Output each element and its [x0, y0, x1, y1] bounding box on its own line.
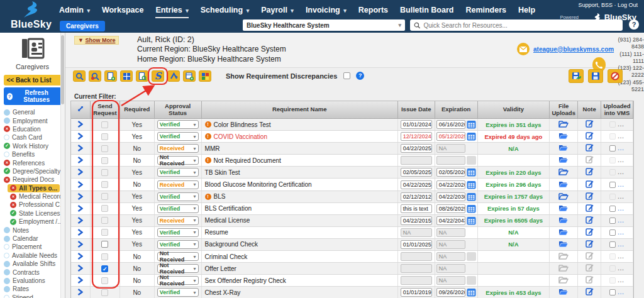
- expiration-date-input[interactable]: 02/05/2026: [436, 168, 465, 177]
- issue-date-input[interactable]: 04/22/2015: [401, 216, 432, 225]
- approval-status-select[interactable]: Verified▾: [157, 228, 199, 237]
- issue-date-input[interactable]: 02/12/2012: [401, 192, 432, 201]
- file-uploads-icon[interactable]: [558, 215, 569, 226]
- sidebar-item-work-history[interactable]: ✓Work History: [0, 142, 65, 150]
- note-icon[interactable]: [586, 239, 594, 250]
- vms-more-link[interactable]: ...: [618, 218, 625, 224]
- sidebar-item-education[interactable]: ×Education: [0, 125, 65, 133]
- script-s-button[interactable]: S: [152, 70, 164, 82]
- sidebar-item-references[interactable]: ×References: [0, 158, 65, 167]
- menu-item-entries[interactable]: Entries ▾: [155, 6, 188, 18]
- calendar-icon[interactable]: [467, 204, 476, 213]
- note-icon[interactable]: [586, 167, 594, 178]
- show-discrepancies-checkbox[interactable]: [343, 72, 350, 79]
- expand-row-icon[interactable]: [77, 179, 83, 190]
- region-select[interactable]: BlueSky Healthcare System ▾: [243, 19, 405, 31]
- save-button[interactable]: [588, 69, 603, 83]
- sidebar-item-state-licenses[interactable]: ✓State Licenses: [0, 209, 65, 218]
- back-to-list-button[interactable]: << Back to List: [4, 75, 62, 86]
- issue-date-input[interactable]: 02/05/2025: [401, 168, 432, 177]
- caret-up-button[interactable]: [167, 70, 180, 82]
- file-uploads-icon[interactable]: [558, 119, 569, 130]
- approval-status-select[interactable]: Verified▾: [157, 240, 199, 249]
- calendar-icon[interactable]: [467, 168, 476, 177]
- sidebar-item-stipend[interactable]: Stipend: [0, 294, 65, 298]
- approval-status-select[interactable]: Not Received▾: [157, 264, 199, 273]
- expand-row-icon[interactable]: [77, 119, 83, 130]
- sidebar-item-rates[interactable]: Rates: [0, 285, 65, 293]
- table-add-button[interactable]: [183, 70, 196, 82]
- sidebar-item-contracts[interactable]: Contracts: [0, 268, 65, 276]
- block-button[interactable]: [608, 69, 623, 83]
- sidebar-item-benefits[interactable]: Benefits: [0, 150, 65, 158]
- issue-date-input[interactable]: 01/01/2019: [401, 288, 432, 297]
- expiration-date-input[interactable]: 09/26/2026: [436, 288, 465, 297]
- sidebar-item-all-types-o-[interactable]: ×All Types o...: [8, 184, 60, 192]
- expand-row-icon[interactable]: [77, 227, 83, 238]
- issue-date-input[interactable]: 04/22/2025: [401, 180, 432, 189]
- calendar-icon[interactable]: [467, 288, 476, 297]
- vms-checkbox[interactable]: [609, 218, 616, 224]
- vms-more-link[interactable]: ...: [618, 145, 625, 152]
- vms-checkbox[interactable]: [609, 206, 616, 212]
- note-icon[interactable]: [586, 191, 594, 202]
- expiration-date-input[interactable]: 08/26/2025: [436, 204, 465, 213]
- calendar-icon[interactable]: [467, 132, 476, 141]
- app-logo[interactable]: BlueSky: [8, 1, 55, 30]
- approval-status-select[interactable]: Received▾: [157, 216, 199, 225]
- search-input[interactable]: [423, 22, 619, 29]
- sidebar-item-calendar[interactable]: Calendar: [0, 235, 65, 243]
- calendar-icon[interactable]: [467, 120, 476, 129]
- document-search-button[interactable]: [136, 70, 148, 82]
- note-icon[interactable]: [586, 143, 594, 154]
- expand-row-icon[interactable]: [77, 167, 83, 178]
- support-link[interactable]: Support, BSS: [578, 2, 613, 8]
- sidebar-item-placement[interactable]: Placement: [0, 243, 65, 251]
- file-uploads-icon[interactable]: [558, 227, 569, 238]
- refresh-statuses-button[interactable]: ? Refresh Statuses: [4, 87, 62, 105]
- sidebar-item-notes[interactable]: Notes: [0, 226, 65, 234]
- search-button[interactable]: [73, 70, 86, 82]
- note-icon[interactable]: [586, 287, 594, 298]
- note-icon[interactable]: [586, 119, 594, 130]
- sidebar-item-cash-card[interactable]: Cash Card: [0, 133, 65, 141]
- caregivers-module-button[interactable]: Caregivers: [60, 21, 105, 31]
- expand-row-icon[interactable]: [77, 155, 83, 166]
- menu-item-bulletin-board[interactable]: Bulletin Board: [400, 6, 453, 18]
- vms-checkbox[interactable]: [609, 241, 616, 248]
- note-icon[interactable]: [586, 179, 594, 190]
- vms-checkbox[interactable]: [609, 289, 616, 295]
- show-more-toggle[interactable]: ▼ Show More: [74, 36, 119, 45]
- save-run-button[interactable]: [569, 69, 584, 83]
- approval-status-select[interactable]: Not Received▾: [157, 276, 199, 285]
- menu-item-invoicing[interactable]: Invoicing ▾: [306, 6, 347, 18]
- add-document-button[interactable]: [104, 70, 117, 82]
- menu-item-help[interactable]: Help: [518, 6, 535, 18]
- approval-status-select[interactable]: Verified▾: [157, 288, 199, 297]
- scrollbar-thumb[interactable]: [61, 35, 64, 104]
- expand-row-icon[interactable]: [77, 275, 83, 286]
- file-uploads-icon[interactable]: [558, 239, 569, 250]
- approval-status-select[interactable]: Verified▾: [157, 120, 199, 129]
- menu-item-payroll[interactable]: Payroll ▾: [261, 6, 294, 18]
- approval-status-select[interactable]: Received▾: [157, 144, 199, 153]
- menu-item-scheduling[interactable]: Scheduling ▾: [201, 6, 249, 18]
- expand-row-icon[interactable]: [77, 215, 83, 226]
- note-icon[interactable]: [586, 131, 594, 142]
- grid-button[interactable]: [120, 70, 133, 82]
- issue-date-input[interactable]: 04/22/2025: [401, 144, 432, 153]
- file-uploads-icon[interactable]: [558, 155, 569, 166]
- vms-more-link[interactable]: ...: [618, 289, 625, 295]
- send-request-checkbox[interactable]: ✓: [101, 265, 108, 272]
- quick-search-box[interactable]: [410, 19, 623, 31]
- sidebar-item-general[interactable]: General: [0, 108, 65, 116]
- note-icon[interactable]: [586, 215, 594, 226]
- expiration-date-input[interactable]: 04/22/2026: [436, 180, 465, 189]
- expand-row-icon[interactable]: [77, 143, 83, 154]
- calendar-icon[interactable]: [467, 192, 476, 201]
- note-icon[interactable]: [586, 203, 594, 214]
- sidebar-item-available-shifts[interactable]: Available Shifts: [0, 260, 65, 268]
- calendar-icon[interactable]: [467, 216, 476, 225]
- vms-more-link[interactable]: ...: [618, 241, 625, 248]
- file-uploads-icon[interactable]: [558, 143, 569, 154]
